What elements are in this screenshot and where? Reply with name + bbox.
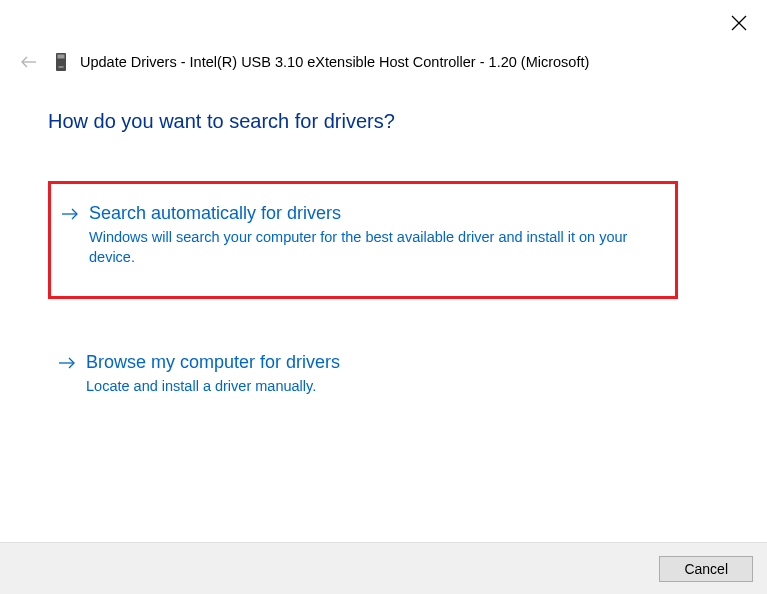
back-arrow-icon xyxy=(21,56,37,68)
svg-rect-4 xyxy=(58,55,65,59)
device-icon xyxy=(54,52,68,72)
footer: Cancel xyxy=(0,542,767,594)
cancel-button[interactable]: Cancel xyxy=(659,556,753,582)
close-icon xyxy=(731,15,747,31)
page-heading: How do you want to search for drivers? xyxy=(48,110,719,133)
window-title: Update Drivers - Intel(R) USB 3.10 eXten… xyxy=(80,54,589,70)
arrow-right-icon xyxy=(61,207,79,225)
arrow-right-icon xyxy=(58,356,76,374)
option-title: Browse my computer for drivers xyxy=(86,351,664,374)
option-description: Windows will search your computer for th… xyxy=(89,228,661,267)
option-text: Search automatically for drivers Windows… xyxy=(89,202,661,268)
back-button[interactable] xyxy=(20,53,38,71)
option-text: Browse my computer for drivers Locate an… xyxy=(86,351,664,397)
option-description: Locate and install a driver manually. xyxy=(86,377,664,397)
option-title: Search automatically for drivers xyxy=(89,202,661,225)
close-button[interactable] xyxy=(731,15,747,31)
svg-rect-5 xyxy=(59,66,64,68)
option-search-automatically[interactable]: Search automatically for drivers Windows… xyxy=(48,181,678,299)
option-browse-computer[interactable]: Browse my computer for drivers Locate an… xyxy=(48,339,678,411)
header: Update Drivers - Intel(R) USB 3.10 eXten… xyxy=(0,0,767,72)
content-area: How do you want to search for drivers? S… xyxy=(0,72,767,410)
